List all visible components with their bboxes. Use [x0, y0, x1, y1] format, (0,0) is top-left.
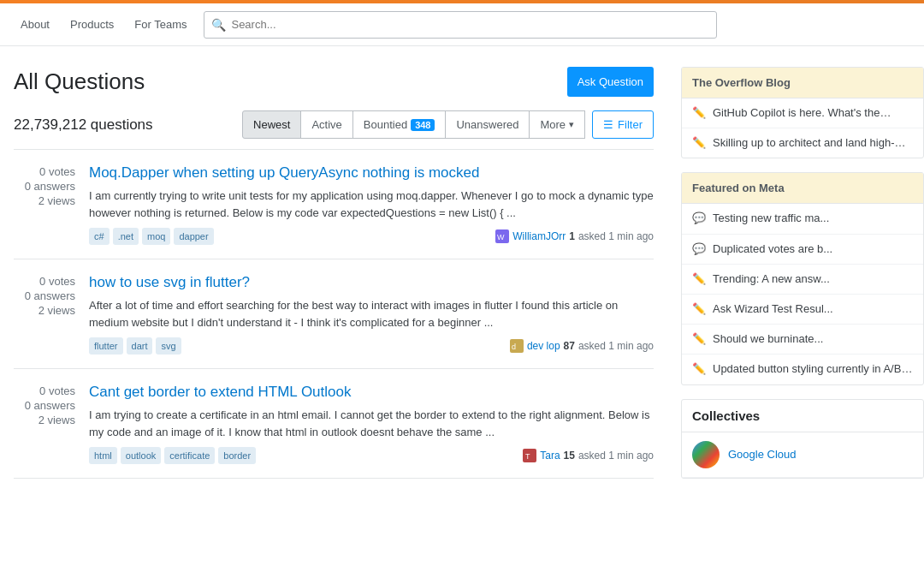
tab-active[interactable]: Active	[300, 110, 352, 139]
question-list: 0 votes 0 answers 2 views Moq.Dapper whe…	[14, 149, 654, 479]
tags: html outlook certificate border	[89, 447, 256, 464]
featured-meta-title: Featured on Meta	[682, 173, 923, 204]
pencil-icon: ✏️	[692, 362, 706, 375]
tag[interactable]: html	[89, 447, 117, 464]
answer-count: 0 answers	[25, 180, 75, 193]
user-rep: 1	[569, 230, 575, 242]
meta-item[interactable]: ✏️ Trending: A new answ...	[682, 265, 923, 295]
meta-item-text: Ask Wizard Test Resul...	[713, 301, 833, 317]
blog-item[interactable]: ✏️ GitHub Copilot is here. What's the pr…	[682, 98, 923, 128]
avatar: d	[510, 339, 524, 353]
google-cloud-logo	[692, 441, 720, 468]
search-input[interactable]	[231, 18, 709, 31]
pencil-icon: ✏️	[692, 272, 706, 285]
tag[interactable]: moq	[142, 228, 170, 245]
tag[interactable]: border	[218, 447, 256, 464]
meta-item-text: Duplicated votes are b...	[713, 241, 832, 257]
ask-time: asked 1 min ago	[578, 340, 654, 352]
meta-item[interactable]: ✏️ Updated button styling currently in A…	[682, 355, 923, 384]
question-title[interactable]: how to use svg in flutter?	[89, 273, 654, 292]
filter-button[interactable]: ☰ Filter	[592, 110, 654, 139]
question-meta: W WilliamJOrr 1 asked 1 min ago	[495, 229, 654, 243]
sidebar: The Overflow Blog ✏️ GitHub Copilot is h…	[667, 46, 924, 492]
view-count: 2 views	[38, 304, 75, 317]
question-title[interactable]: Moq.Dapper when setting up QueryAsync no…	[89, 164, 654, 182]
question-count: 22,739,212 questions	[14, 116, 153, 134]
question-item: 0 votes 0 answers 2 views Cant get borde…	[14, 369, 654, 479]
question-item: 0 votes 0 answers 2 views how to use svg…	[14, 259, 654, 369]
meta-item[interactable]: 💬 Testing new traffic ma...	[682, 204, 923, 234]
svg-text:T: T	[525, 452, 530, 461]
avatar: W	[495, 229, 509, 243]
question-footer: flutter dart svg d dev lop 87 asked 1 mi…	[89, 337, 654, 355]
pencil-icon: ✏️	[692, 332, 706, 345]
tag[interactable]: svg	[156, 337, 181, 355]
question-stats: 0 votes 0 answers 2 views	[14, 273, 75, 355]
ask-question-button[interactable]: Ask Question	[567, 67, 654, 97]
tab-unanswered[interactable]: Unanswered	[445, 110, 530, 139]
view-count: 2 views	[38, 414, 75, 426]
tag[interactable]: outlook	[121, 447, 161, 464]
question-item: 0 votes 0 answers 2 views Moq.Dapper whe…	[14, 150, 654, 259]
question-stats: 0 votes 0 answers 2 views	[14, 383, 75, 464]
ask-time: asked 1 min ago	[578, 230, 654, 242]
tag[interactable]: flutter	[89, 337, 123, 355]
nav-for-teams[interactable]: For Teams	[124, 3, 197, 46]
main-content: All Questions Ask Question 22,739,212 qu…	[0, 46, 667, 492]
user-name[interactable]: dev lop	[527, 340, 560, 352]
meta-item[interactable]: ✏️ Should we burninate...	[682, 325, 923, 355]
question-excerpt: After a lot of time and effort searching…	[89, 297, 654, 331]
tags: flutter dart svg	[89, 337, 181, 355]
nav-products[interactable]: Products	[60, 3, 124, 46]
tag[interactable]: dapper	[174, 228, 213, 245]
question-stats: 0 votes 0 answers 2 views	[14, 164, 75, 245]
collective-item[interactable]: Google Cloud	[682, 432, 923, 478]
ask-time: asked 1 min ago	[578, 450, 654, 462]
chat-icon: 💬	[692, 212, 706, 224]
chat-icon: 💬	[692, 242, 706, 255]
blog-item-text: GitHub Copilot is here. What's the price…	[713, 105, 913, 121]
user-rep: 87	[564, 340, 575, 352]
avatar: T	[523, 449, 536, 462]
vote-count: 0 votes	[39, 275, 75, 288]
pencil-icon: ✏️	[692, 136, 706, 149]
answer-count: 0 answers	[25, 399, 75, 412]
search-bar: 🔍	[204, 11, 717, 39]
tab-newest[interactable]: Newest	[242, 110, 301, 139]
question-excerpt: I am trying to create a certificate in a…	[89, 407, 654, 440]
question-title[interactable]: Cant get border to extend HTML Outlook	[89, 383, 654, 402]
tag[interactable]: c#	[89, 228, 110, 245]
page-title: All Questions	[14, 69, 145, 95]
vote-count: 0 votes	[39, 384, 75, 397]
user-name[interactable]: WilliamJOrr	[512, 230, 566, 242]
filter-tabs: Newest Active Bountied 348 Unanswered Mo…	[243, 110, 654, 139]
tag[interactable]: dart	[127, 337, 153, 355]
svg-text:d: d	[512, 343, 516, 351]
view-count: 2 views	[38, 194, 75, 207]
nav-about[interactable]: About	[10, 3, 60, 46]
question-body: how to use svg in flutter? After a lot o…	[89, 273, 654, 355]
vote-count: 0 votes	[39, 165, 75, 178]
tag[interactable]: certificate	[164, 447, 215, 464]
answer-count: 0 answers	[25, 289, 75, 302]
tab-more[interactable]: More	[529, 110, 585, 139]
meta-item-text: Updated button styling currently in A/B …	[713, 361, 913, 377]
tag[interactable]: .net	[113, 228, 139, 245]
filter-icon: ☰	[603, 118, 613, 131]
questions-toolbar: 22,739,212 questions Newest Active Bount…	[14, 110, 654, 139]
meta-item-text: Trending: A new answ...	[713, 271, 830, 287]
blog-item[interactable]: ✏️ Skilling up to architect and land hig…	[682, 128, 923, 158]
question-meta: d dev lop 87 asked 1 min ago	[510, 339, 654, 353]
overflow-blog-widget: The Overflow Blog ✏️ GitHub Copilot is h…	[681, 67, 924, 158]
meta-item[interactable]: 💬 Duplicated votes are b...	[682, 235, 923, 265]
question-excerpt: I am currently trying to write unit test…	[89, 188, 654, 221]
collectives-title: Collectives	[682, 400, 923, 432]
question-body: Moq.Dapper when setting up QueryAsync no…	[89, 164, 654, 245]
tab-bountied[interactable]: Bountied 348	[352, 110, 447, 139]
page-header: All Questions Ask Question	[14, 67, 654, 97]
pencil-icon: ✏️	[692, 106, 706, 119]
user-name[interactable]: Tara	[540, 450, 560, 462]
meta-item[interactable]: ✏️ Ask Wizard Test Resul...	[682, 295, 923, 325]
header: About Products For Teams 🔍	[0, 3, 924, 46]
meta-item-text: Should we burninate...	[713, 331, 823, 347]
